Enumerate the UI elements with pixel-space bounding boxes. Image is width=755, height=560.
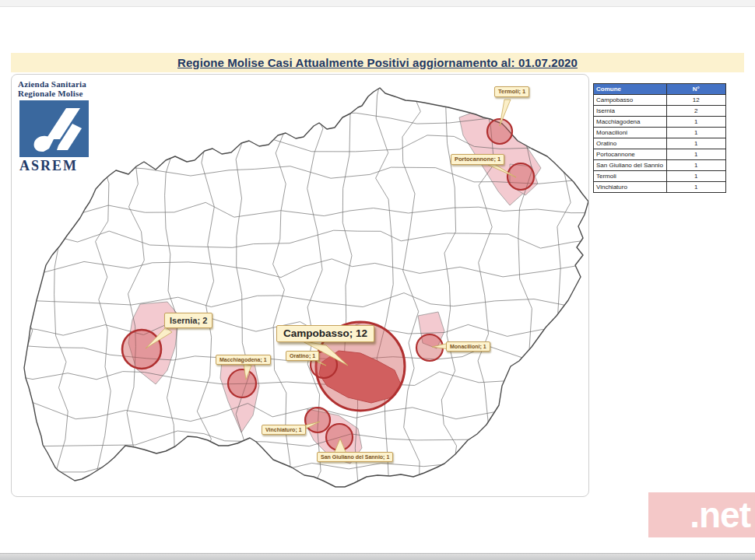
asrem-logo-glyph (19, 100, 89, 157)
count-header: N° (666, 84, 726, 95)
map-label-campobasso: Campobasso; 12 (276, 325, 374, 342)
logo-acronym: ASREM (19, 158, 114, 174)
table-row: Macchiagodena1 (594, 117, 726, 128)
bubble-termoli (487, 119, 512, 144)
count-cell: 1 (666, 182, 726, 193)
comune-cell: Isernia (594, 106, 667, 117)
table-row: San Giuliano del Sannio1 (594, 160, 726, 171)
watermark-text: .net (690, 492, 755, 537)
map-label-vinchiaturo: Vinchiaturo; 1 (262, 425, 306, 435)
browser-bottom-bar (0, 553, 755, 560)
table-row: Isernia2 (594, 106, 726, 117)
bubble-isernia (122, 330, 161, 369)
comune-cell: Portocannone (594, 149, 667, 160)
logo-text-line2: Regionale Molise (18, 89, 114, 98)
map-label-oratino: Oratino; 1 (286, 351, 319, 361)
map-label-portocannone: Portocannone; 1 (451, 154, 504, 165)
page-title: Regione Molise Casi Attualmente Positivi… (177, 53, 578, 72)
table-row: Campobasso12 (594, 95, 726, 106)
table-row: Vinchiaturo1 (594, 182, 726, 193)
table-row: Oratino1 (594, 138, 726, 149)
count-cell: 1 (666, 160, 726, 171)
bubble-vinchiaturo (305, 408, 330, 432)
browser-top-strip (0, 0, 755, 7)
map-label-monacilioni: Monacilioni; 1 (446, 341, 490, 352)
count-cell: 2 (666, 106, 726, 117)
bubble-portocannone (507, 163, 534, 190)
table-row: Termoli1 (594, 171, 726, 182)
cases-table: Comune N° Campobasso12 Isernia2 Macchiag… (593, 83, 726, 193)
comune-cell: San Giuliano del Sannio (594, 160, 667, 171)
table-row: Monacilioni1 (594, 128, 726, 138)
title-band: Regione Molise Casi Attualmente Positivi… (11, 53, 744, 72)
count-cell: 1 (666, 149, 726, 160)
asrem-logo-mark (19, 100, 89, 157)
map-label-macchiagodena: Macchiagodena; 1 (216, 355, 271, 365)
table-row: Portocannone1 (594, 149, 726, 160)
map-label-termoli: Termoli; 1 (494, 86, 529, 97)
count-cell: 1 (666, 138, 726, 149)
map-panel: Azienda Sanitaria Regionale Molise ASREM (11, 74, 589, 497)
count-cell: 1 (666, 128, 726, 138)
comune-cell: Monacilioni (594, 128, 667, 138)
map-label-san-giuliano: San Giuliano del Sannio; 1 (317, 452, 393, 462)
table-header-row: Comune N° (594, 84, 726, 95)
comune-cell: Oratino (594, 138, 667, 149)
comune-cell: Macchiagodena (594, 117, 667, 128)
comune-cell: Vinchiaturo (594, 182, 667, 193)
asrem-logo: Azienda Sanitaria Regionale Molise ASREM (18, 79, 114, 174)
comune-header: Comune (594, 84, 667, 95)
bubble-macchiagodena (228, 369, 256, 397)
comune-cell: Termoli (594, 171, 667, 182)
count-cell: 12 (666, 95, 726, 106)
comune-cell: Campobasso (594, 95, 667, 106)
map-label-isernia: Isernia; 2 (164, 313, 212, 328)
site-watermark: .net (648, 492, 755, 537)
count-cell: 1 (666, 171, 726, 182)
count-cell: 1 (666, 117, 726, 128)
logo-text-line1: Azienda Sanitaria (18, 79, 114, 89)
